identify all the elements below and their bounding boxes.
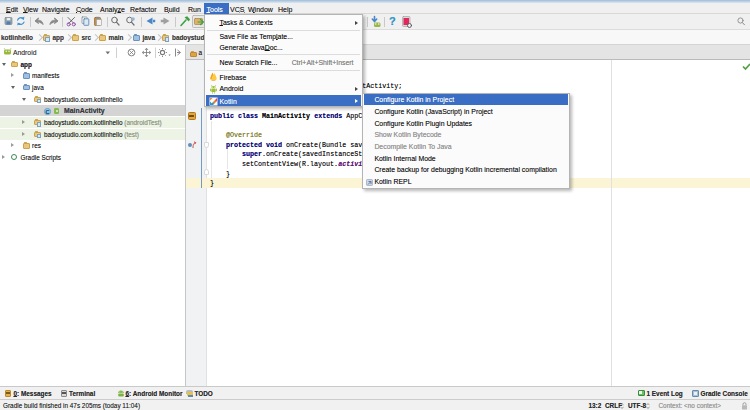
svg-text:Android: Android: [13, 49, 37, 56]
svg-text:?: ?: [389, 15, 396, 27]
